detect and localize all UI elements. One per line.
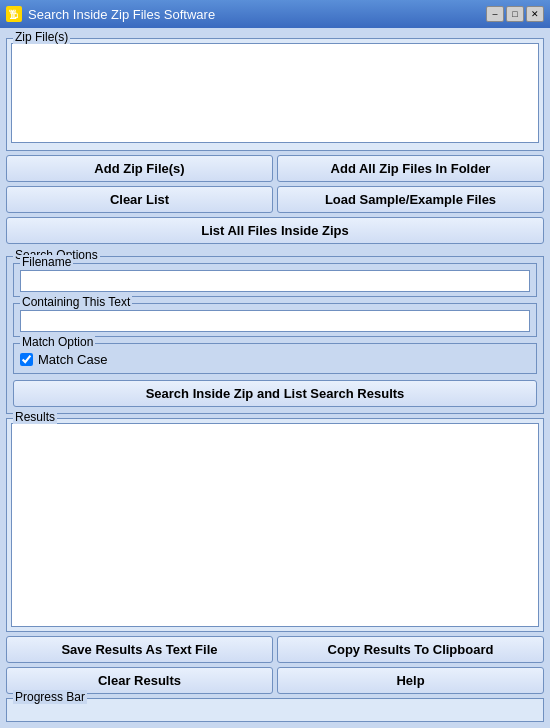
- search-inside-button[interactable]: Search Inside Zip and List Search Result…: [13, 380, 537, 407]
- app-icon: 🗜: [6, 6, 22, 22]
- progress-bar-section: Progress Bar: [6, 698, 544, 722]
- copy-results-button[interactable]: Copy Results To Clipboard: [277, 636, 544, 663]
- match-case-checkbox[interactable]: [20, 353, 33, 366]
- clear-list-button[interactable]: Clear List: [6, 186, 273, 213]
- button-row-2: Clear List Load Sample/Example Files: [6, 186, 544, 213]
- window-controls: – □ ✕: [486, 6, 544, 22]
- list-all-wrapper: List All Files Inside Zips: [6, 217, 544, 244]
- filename-group: Filename: [13, 263, 537, 297]
- button-row-1: Add Zip File(s) Add All Zip Files In Fol…: [6, 155, 544, 182]
- progress-label: Progress Bar: [13, 690, 87, 704]
- match-option-group: Match Option Match Case: [13, 343, 537, 374]
- match-case-row: Match Case: [20, 350, 530, 369]
- save-results-button[interactable]: Save Results As Text File: [6, 636, 273, 663]
- main-content: Zip File(s) Add Zip File(s) Add All Zip …: [0, 28, 550, 728]
- match-case-label: Match Case: [38, 352, 107, 367]
- match-option-label: Match Option: [20, 335, 95, 349]
- zip-files-input[interactable]: [11, 43, 539, 143]
- containing-input[interactable]: [20, 310, 530, 332]
- filename-input[interactable]: [20, 270, 530, 292]
- close-button[interactable]: ✕: [526, 6, 544, 22]
- title-bar: 🗜 Search Inside Zip Files Software – □ ✕: [0, 0, 550, 28]
- search-options-group: Search Options Filename Containing This …: [6, 256, 544, 414]
- zip-files-section: Zip File(s): [6, 38, 544, 151]
- minimize-button[interactable]: –: [486, 6, 504, 22]
- zip-files-label: Zip File(s): [13, 30, 70, 44]
- containing-group: Containing This Text: [13, 303, 537, 337]
- containing-label: Containing This Text: [20, 295, 132, 309]
- help-button[interactable]: Help: [277, 667, 544, 694]
- results-textarea[interactable]: [11, 423, 539, 627]
- add-zip-button[interactable]: Add Zip File(s): [6, 155, 273, 182]
- window-title: Search Inside Zip Files Software: [28, 7, 215, 22]
- list-all-button[interactable]: List All Files Inside Zips: [6, 217, 544, 244]
- load-sample-button[interactable]: Load Sample/Example Files: [277, 186, 544, 213]
- results-section: Results: [6, 418, 544, 632]
- save-copy-row: Save Results As Text File Copy Results T…: [6, 636, 544, 663]
- maximize-button[interactable]: □: [506, 6, 524, 22]
- results-label: Results: [13, 410, 57, 424]
- filename-label: Filename: [20, 255, 73, 269]
- add-all-zip-button[interactable]: Add All Zip Files In Folder: [277, 155, 544, 182]
